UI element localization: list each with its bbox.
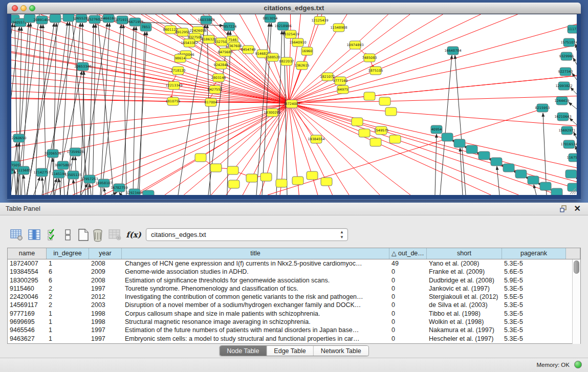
gene-node-yellow[interactable]: 9777169 bbox=[333, 77, 348, 85]
citation-edge-black[interactable] bbox=[68, 23, 80, 195]
gene-node-yellow[interactable]: 1362615 bbox=[295, 61, 310, 70]
window-titlebar[interactable]: citations_edges.txt bbox=[7, 3, 581, 14]
gene-node-teal[interactable] bbox=[143, 190, 154, 195]
gene-node-yellow[interactable] bbox=[195, 154, 206, 162]
citation-edge-black[interactable] bbox=[534, 185, 536, 195]
citation-edge-red[interactable] bbox=[11, 98, 173, 101]
citation-edge-red[interactable] bbox=[11, 76, 292, 104]
citation-edge-black[interactable] bbox=[569, 102, 577, 109]
gene-node-teal[interactable]: 16210643 bbox=[554, 113, 571, 121]
gene-node-yellow[interactable] bbox=[292, 177, 303, 185]
gene-node-yellow[interactable]: 1588520 bbox=[266, 53, 280, 61]
gene-node-teal[interactable]: 9329966 bbox=[559, 52, 574, 60]
gene-node-yellow[interactable] bbox=[276, 179, 287, 187]
citation-edge-black[interactable] bbox=[570, 118, 577, 125]
citation-edge-red[interactable] bbox=[340, 14, 481, 81]
citation-edge-black[interactable] bbox=[88, 24, 94, 195]
citation-edge-red[interactable] bbox=[11, 60, 174, 85]
table-row[interactable]: 1938455462009Genome-wide association stu… bbox=[8, 268, 580, 276]
gene-node-yellow[interactable] bbox=[307, 171, 318, 180]
gene-node-yellow[interactable] bbox=[389, 135, 401, 143]
column-header-pagerank[interactable]: pagerank bbox=[502, 248, 566, 259]
citation-edge-red[interactable] bbox=[343, 24, 577, 90]
citation-edge-black[interactable] bbox=[90, 184, 91, 195]
citation-edge-red[interactable] bbox=[11, 104, 292, 132]
citation-edge-black[interactable] bbox=[497, 166, 499, 195]
citation-edge-black[interactable] bbox=[111, 192, 117, 195]
gene-node-yellow[interactable]: 817004 bbox=[205, 98, 217, 106]
citation-edge-black[interactable] bbox=[573, 58, 577, 64]
gene-node-yellow[interactable]: 13325419 bbox=[282, 30, 299, 38]
table-row[interactable]: 1872400712008Changes of HCN gene express… bbox=[8, 259, 580, 268]
gene-node-yellow[interactable]: 7485083 bbox=[362, 54, 377, 62]
citation-edge-red[interactable] bbox=[292, 104, 577, 168]
gene-node-teal[interactable]: 16033809 bbox=[198, 16, 214, 24]
citation-edge-black[interactable] bbox=[97, 14, 114, 195]
gene-node-yellow[interactable] bbox=[364, 92, 375, 100]
gene-node-yellow[interactable] bbox=[321, 178, 332, 186]
gene-node-yellow[interactable]: 1549575 bbox=[374, 126, 389, 135]
gene-node-yellow[interactable]: 64975 bbox=[337, 85, 349, 94]
gene-node-teal[interactable] bbox=[528, 176, 539, 184]
citation-edge-red[interactable] bbox=[11, 53, 292, 104]
gene-node-teal[interactable] bbox=[515, 170, 527, 178]
gene-node-teal[interactable]: 19218986 bbox=[274, 22, 291, 30]
gene-node-teal[interactable]: 17016534 bbox=[560, 140, 577, 148]
citation-edge-black[interactable] bbox=[104, 188, 105, 195]
table-settings-button[interactable] bbox=[9, 227, 25, 243]
citation-edge-red[interactable] bbox=[369, 14, 443, 58]
gene-node-yellow[interactable]: 16960 bbox=[301, 47, 313, 55]
tab-node-table[interactable]: Node Table bbox=[220, 346, 267, 356]
gene-node-teal[interactable]: 12093822 bbox=[555, 82, 572, 90]
gene-node-teal[interactable]: 2260650 bbox=[12, 134, 27, 142]
gene-node-teal[interactable] bbox=[466, 145, 477, 154]
gene-node-yellow[interactable]: 98614 bbox=[175, 54, 186, 62]
citation-edge-black[interactable] bbox=[121, 27, 134, 195]
gene-node-yellow[interactable]: 1810755 bbox=[166, 97, 181, 105]
gene-node-teal[interactable] bbox=[491, 158, 502, 166]
citation-edge-red[interactable] bbox=[289, 103, 298, 181]
citation-edge-red[interactable] bbox=[355, 14, 388, 45]
delete-table-button[interactable] bbox=[90, 227, 105, 243]
column-header-in_degree[interactable]: in_degree bbox=[47, 248, 89, 259]
network-canvas[interactable]: 2405572420891406106552871527602646616010… bbox=[11, 14, 577, 195]
gene-node-yellow[interactable] bbox=[370, 138, 381, 146]
gene-node-teal[interactable] bbox=[503, 164, 514, 172]
select-rows-button[interactable] bbox=[45, 227, 60, 243]
citation-edge-red[interactable] bbox=[391, 112, 577, 126]
table-row[interactable]: 969969511998Structural magnetic resonanc… bbox=[8, 318, 580, 326]
gene-node-teal[interactable]: 8215953 bbox=[535, 104, 550, 112]
gene-node-teal[interactable] bbox=[442, 133, 453, 141]
citation-edge-black[interactable] bbox=[59, 179, 60, 195]
citation-edge-black[interactable] bbox=[73, 180, 75, 195]
gene-node-yellow[interactable]: 10974893 bbox=[346, 41, 363, 49]
citation-edge-black[interactable] bbox=[576, 146, 577, 152]
table-row[interactable]: 2242004622012Investigating the contribut… bbox=[8, 293, 580, 301]
citation-edge-red[interactable] bbox=[369, 76, 577, 96]
gene-node-teal[interactable]: 16648784 bbox=[444, 47, 461, 55]
citation-edge-black[interactable] bbox=[138, 32, 147, 195]
gene-node-yellow[interactable]: 2803144 bbox=[211, 74, 226, 82]
gene-node-teal[interactable]: 40954 bbox=[431, 125, 442, 134]
gene-node-yellow[interactable]: 8454749 bbox=[241, 46, 256, 54]
gene-node-yellow[interactable]: 19384554 bbox=[308, 135, 324, 143]
gene-node-teal[interactable]: 39159 bbox=[11, 166, 14, 174]
gene-node-teal[interactable]: 1244419 bbox=[555, 97, 570, 105]
gene-node-yellow[interactable]: 12125439 bbox=[311, 16, 328, 25]
gene-node-teal[interactable] bbox=[478, 151, 490, 160]
gene-node-yellow[interactable]: 8475685 bbox=[218, 48, 233, 56]
table-row[interactable]: 946554611997Estimation of the future num… bbox=[8, 326, 580, 334]
citation-edge-black[interactable] bbox=[574, 132, 577, 139]
citation-edge-black[interactable] bbox=[440, 55, 452, 195]
table-row[interactable]: 977716911998Corpus callosum shape and si… bbox=[8, 310, 580, 318]
scrollbar-thumb[interactable] bbox=[574, 260, 579, 274]
gene-node-yellow[interactable]: 11548908 bbox=[330, 24, 347, 32]
tab-edge-table[interactable]: Edge Table bbox=[267, 346, 313, 356]
table-row[interactable]: 1456911722003Disruption of a novel membe… bbox=[8, 301, 580, 309]
citation-edge-red[interactable] bbox=[268, 110, 540, 195]
citation-edge-red[interactable] bbox=[385, 96, 577, 101]
gene-node-yellow[interactable] bbox=[385, 107, 397, 116]
citation-edge-black[interactable] bbox=[24, 175, 25, 195]
gene-node-teal[interactable]: 1145194 bbox=[52, 170, 67, 178]
gene-node-teal[interactable]: 12923448 bbox=[126, 189, 143, 195]
